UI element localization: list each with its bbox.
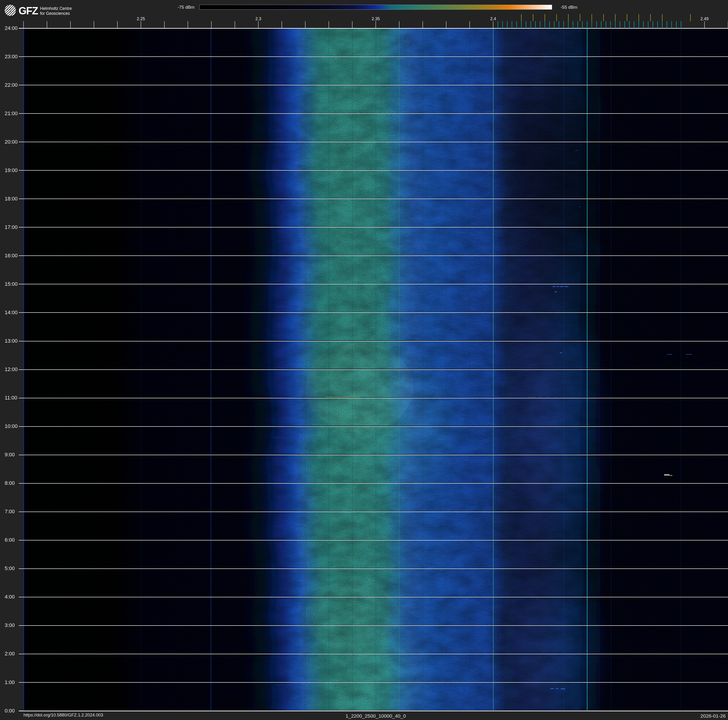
svg-text:Helmholtz Centre: Helmholtz Centre xyxy=(40,6,72,11)
svg-text:for Geosciences: for Geosciences xyxy=(40,11,70,16)
svg-text:GFZ: GFZ xyxy=(18,5,38,17)
